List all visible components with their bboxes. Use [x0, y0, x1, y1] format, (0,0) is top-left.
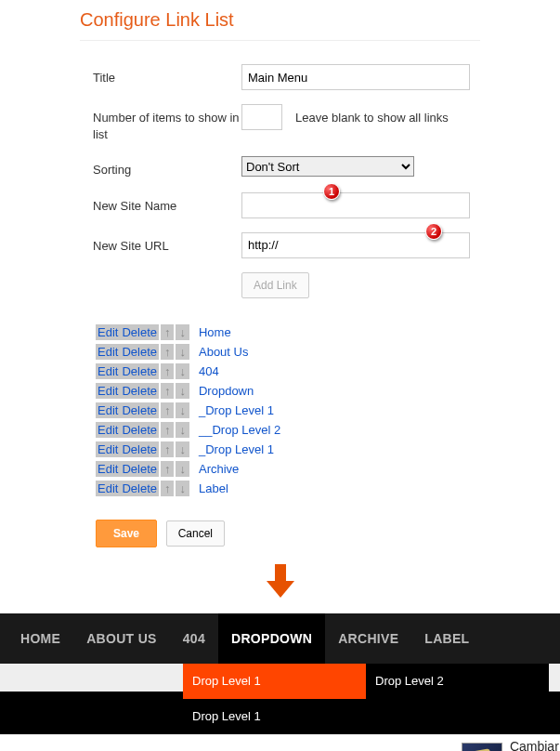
move-down-button[interactable]: ↓ [176, 344, 189, 360]
num-items-input[interactable] [241, 104, 282, 130]
delete-link[interactable]: Delete [120, 363, 159, 379]
callout-badge-2: 2 [425, 223, 442, 240]
delete-link[interactable]: Delete [120, 481, 159, 496]
nav-preview: HOMEABOUT US404DROPDOWNARCHIVELABEL Drop… [0, 613, 560, 751]
cancel-button[interactable]: Cancel [166, 520, 225, 547]
move-up-button[interactable]: ↑ [161, 383, 175, 399]
move-up-button[interactable]: ↑ [161, 324, 175, 340]
edit-link[interactable]: Edit [96, 344, 120, 360]
link-name[interactable]: 404 [199, 363, 219, 379]
callout-2: 2 [425, 223, 444, 242]
nav-item-home[interactable]: HOME [7, 613, 73, 664]
move-down-button[interactable]: ↓ [176, 481, 189, 496]
nav-bar: HOMEABOUT US404DROPDOWNARCHIVELABEL [0, 613, 560, 664]
move-up-button[interactable]: ↑ [161, 363, 175, 379]
nav-item-dropdown[interactable]: DROPDOWN [218, 613, 325, 664]
move-down-button[interactable]: ↓ [176, 324, 189, 340]
move-down-button[interactable]: ↓ [176, 383, 189, 399]
edit-link[interactable]: Edit [96, 324, 120, 340]
nav-item-label[interactable]: LABEL [411, 613, 482, 664]
link-list-row: Edit Delete↑↓_Drop Level 1 [96, 402, 560, 418]
num-items-label: Number of items to show in list [93, 104, 241, 142]
link-name[interactable]: _Drop Level 1 [199, 441, 274, 457]
down-arrow-graphic [0, 564, 560, 604]
move-up-button[interactable]: ↑ [161, 481, 175, 496]
new-site-name-label: New Site Name [93, 192, 241, 215]
dropdown-col-1: Drop Level 1Drop Level 1 [183, 664, 366, 734]
nav-item-about-us[interactable]: ABOUT US [73, 613, 170, 664]
edit-link[interactable]: Edit [96, 461, 120, 477]
dropdown-item[interactable]: Drop Level 1 [183, 699, 366, 734]
new-site-name-input[interactable] [241, 192, 470, 218]
title-input[interactable] [241, 64, 470, 90]
move-up-button[interactable]: ↑ [161, 344, 175, 360]
link-list-row: Edit Delete↑↓Home [96, 324, 560, 340]
move-up-button[interactable]: ↑ [161, 422, 175, 438]
link-list-row: Edit Delete↑↓Dropdown [96, 383, 560, 399]
title-label: Title [93, 64, 241, 86]
link-list-row: Edit Delete↑↓__Drop Level 2 [96, 422, 560, 438]
edit-link[interactable]: Edit [96, 422, 120, 438]
link-list-row: Edit Delete↑↓Archive [96, 461, 560, 477]
delete-link[interactable]: Delete [120, 324, 159, 340]
page-title: Configure Link List [80, 9, 560, 31]
delete-link[interactable]: Delete [120, 383, 159, 399]
num-items-hint: Leave blank to show all links [295, 111, 449, 125]
nav-item-archive[interactable]: ARCHIVE [325, 613, 411, 664]
move-up-button[interactable]: ↑ [161, 461, 175, 477]
link-list-row: Edit Delete↑↓404 [96, 363, 560, 379]
delete-link[interactable]: Delete [120, 344, 159, 360]
link-name[interactable]: _Drop Level 1 [199, 402, 274, 418]
dropdown-area: Drop Level 1Drop Level 1 Drop Level 2 [183, 664, 560, 734]
add-link-button[interactable]: Add Link [241, 272, 309, 298]
link-list-row: Edit Delete↑↓_Drop Level 1 [96, 441, 560, 457]
link-name[interactable]: Home [199, 324, 231, 340]
link-list-row: Edit Delete↑↓Label [96, 481, 560, 496]
edit-link[interactable]: Edit [96, 363, 120, 379]
row-sorting: Sorting Don't Sort [93, 156, 560, 178]
sorting-label: Sorting [93, 156, 241, 178]
move-down-button[interactable]: ↓ [176, 461, 189, 477]
article-thumbnail[interactable] [462, 743, 502, 751]
row-num-items: Number of items to show in list Leave bl… [93, 104, 560, 142]
move-up-button[interactable]: ↑ [161, 402, 175, 418]
row-new-site-name: New Site Name 1 [93, 192, 560, 218]
link-name[interactable]: Archive [199, 461, 239, 477]
dropdown-col-2: Drop Level 2 [366, 664, 549, 734]
delete-link[interactable]: Delete [120, 422, 159, 438]
move-down-button[interactable]: ↓ [176, 441, 189, 457]
delete-link[interactable]: Delete [120, 402, 159, 418]
move-down-button[interactable]: ↓ [176, 422, 189, 438]
article-title[interactable]: Cambiar día es ya [510, 738, 560, 751]
edit-link[interactable]: Edit [96, 402, 120, 418]
edit-link[interactable]: Edit [96, 441, 120, 457]
new-site-url-label: New Site URL [93, 232, 241, 255]
edit-link[interactable]: Edit [96, 481, 120, 496]
divider [80, 40, 480, 41]
preview-article-row: Cambiar día es ya [0, 734, 560, 751]
link-name[interactable]: __Drop Level 2 [199, 422, 280, 438]
move-up-button[interactable]: ↑ [161, 441, 175, 457]
callout-1: 1 [323, 183, 342, 202]
save-button[interactable]: Save [96, 520, 157, 547]
nav-item-404[interactable]: 404 [170, 613, 218, 664]
down-arrow-icon [267, 564, 294, 601]
row-title: Title [93, 64, 560, 90]
dropdown-item[interactable]: Drop Level 2 [366, 664, 549, 699]
dropdown-item[interactable]: Drop Level 1 [183, 664, 366, 699]
delete-link[interactable]: Delete [120, 461, 159, 477]
edit-link[interactable]: Edit [96, 383, 120, 399]
move-down-button[interactable]: ↓ [176, 402, 189, 418]
move-down-button[interactable]: ↓ [176, 363, 189, 379]
delete-link[interactable]: Delete [120, 441, 159, 457]
sorting-select[interactable]: Don't Sort [241, 156, 414, 177]
row-new-site-url: New Site URL 2 [93, 232, 560, 258]
link-name[interactable]: Label [199, 481, 228, 496]
link-name[interactable]: Dropdown [199, 383, 254, 399]
link-name[interactable]: About Us [199, 344, 248, 360]
link-list-row: Edit Delete↑↓About Us [96, 344, 560, 360]
callout-badge-1: 1 [323, 183, 340, 200]
link-list: Edit Delete↑↓HomeEdit Delete↑↓About UsEd… [96, 324, 560, 496]
